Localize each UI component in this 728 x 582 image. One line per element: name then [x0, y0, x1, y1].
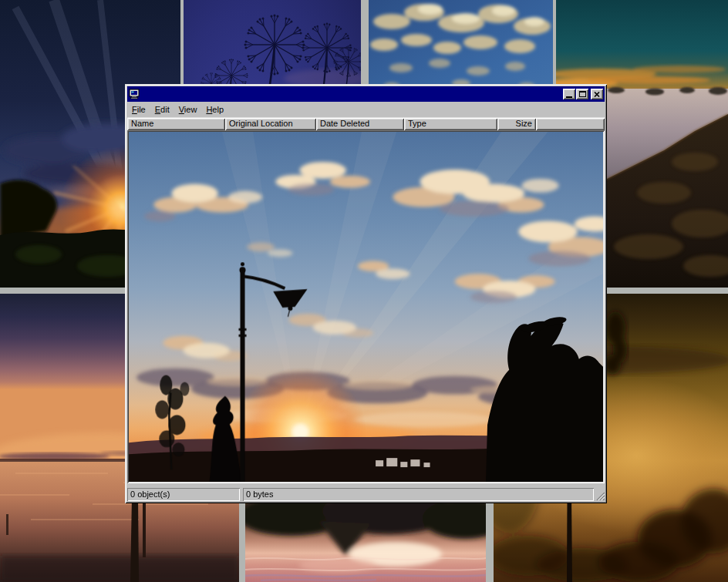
minimize-icon — [566, 96, 572, 98]
column-header-name[interactable]: Name — [127, 118, 225, 130]
desktop: { "desktop": { "background_color": "#b2b… — [0, 0, 728, 582]
window-titlebar[interactable] — [127, 86, 605, 102]
list-view-area[interactable] — [127, 130, 605, 483]
column-header-type[interactable]: Type — [404, 118, 497, 130]
recycle-bin-window: File Edit View Help Name Original Locati… — [125, 84, 607, 503]
status-bar: 0 object(s) 0 bytes — [127, 483, 605, 501]
photo-streetlamp-sunset — [129, 132, 603, 482]
resize-grip[interactable] — [595, 490, 605, 500]
maximize-button[interactable] — [576, 89, 588, 99]
column-header-size[interactable]: Size — [497, 118, 536, 130]
close-icon — [594, 92, 600, 97]
maximize-icon — [579, 91, 586, 97]
status-object-count: 0 object(s) — [127, 488, 240, 501]
menu-file[interactable]: File — [127, 103, 150, 116]
close-button[interactable] — [591, 89, 603, 99]
column-header-date-deleted[interactable]: Date Deleted — [316, 118, 404, 130]
status-size: 0 bytes — [243, 488, 594, 501]
menu-edit[interactable]: Edit — [150, 103, 174, 116]
minimize-button[interactable] — [563, 89, 575, 99]
menu-help[interactable]: Help — [201, 103, 228, 116]
list-column-headers: Name Original Location Date Deleted Type… — [127, 118, 605, 130]
column-header-original-location[interactable]: Original Location — [225, 118, 316, 130]
menu-bar: File Edit View Help — [127, 102, 605, 118]
column-header-filler — [536, 118, 605, 130]
computer-icon — [129, 89, 140, 99]
menu-view[interactable]: View — [174, 103, 202, 116]
